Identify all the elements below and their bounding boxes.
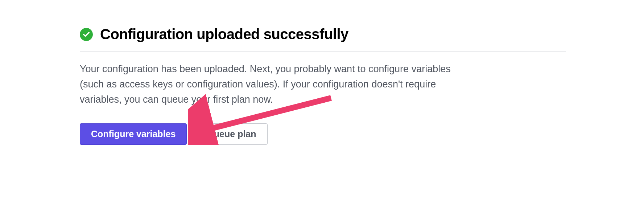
configure-variables-button[interactable]: Configure variables	[80, 123, 187, 145]
notification-title: Configuration uploaded successfully	[100, 26, 348, 42]
notification-header: Configuration uploaded successfully	[80, 26, 566, 52]
check-circle-icon	[80, 28, 93, 41]
notification-description: Your configuration has been uploaded. Ne…	[80, 62, 464, 107]
queue-plan-button[interactable]: Queue plan	[195, 123, 267, 145]
notification-panel: Configuration uploaded successfully Your…	[80, 26, 566, 145]
action-buttons: Configure variables Queue plan	[80, 123, 566, 145]
